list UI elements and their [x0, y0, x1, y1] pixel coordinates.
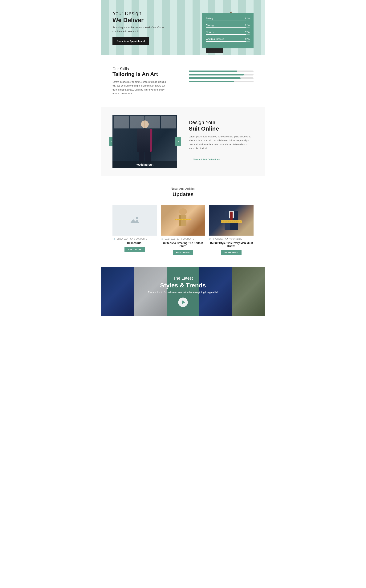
- news-title-2: 3 Steps to Creating The Perfect Shirt!: [161, 241, 205, 248]
- clock-icon-3: 🕐: [209, 238, 211, 240]
- skill-percent: 92%: [245, 17, 250, 20]
- skill-suiting: Suiting 92%: [206, 17, 250, 21]
- svg-rect-9: [179, 215, 181, 226]
- news-title-1: Hello world!: [113, 241, 157, 245]
- news-meta-1: 🕐 14 NOV 2024 💬 1 COMMENTS: [113, 238, 157, 240]
- skills-card: Suiting 92% Shirting 92% Blazers 92%: [202, 13, 253, 48]
- skill-wedding-dresses: Wedding Dresses 92%: [206, 38, 250, 42]
- image-placeholder-icon: [129, 214, 141, 227]
- news-meta-3: 🕐 5 ABR 2021 💬 0 COMMENTS: [209, 238, 253, 240]
- skill-label: Blazers: [206, 31, 214, 34]
- design-online-section: ‹ Wedd: [101, 107, 265, 176]
- skill-label: Shirting: [206, 24, 214, 27]
- skill-percent: 92%: [245, 38, 250, 40]
- clock-icon: 🕐: [113, 238, 115, 240]
- hero-content: Your Design We Deliver Providing you wit…: [113, 10, 183, 45]
- video-content: The Latest Styles & Trends From shirts t…: [148, 276, 218, 307]
- news-grid: 🕐 14 NOV 2024 💬 1 COMMENTS Hello world! …: [113, 205, 253, 255]
- design-content: Design Your Suit Online Lorem ipsum dolo…: [189, 120, 253, 163]
- design-tagline: Design Your: [189, 120, 253, 125]
- news-title-3: 15 Suit Style Tips Every Man Must Know.: [209, 241, 253, 248]
- hero-visual: Suiting 92% Shirting 92% Blazers 92%: [183, 8, 253, 48]
- clock-icon-2: 🕐: [161, 238, 163, 240]
- news-date-3: 5 ABR 2021: [213, 238, 223, 240]
- news-image-1: [113, 205, 157, 236]
- news-card-2: 🕐 5 ABR 2021 💬 0 COMMENTS 3 Steps to Cre…: [161, 205, 205, 255]
- skills-text: Our Skills Tailoring Is An Art Lorem ips…: [113, 67, 177, 96]
- news-section: News And Articles Updates 🕐 14 NOV: [101, 176, 265, 267]
- play-button[interactable]: [178, 298, 188, 307]
- news-tailor-image: [161, 205, 205, 236]
- news-card-3: 🕐 5 ABR 2021 💬 0 COMMENTS 15 Suit Style …: [209, 205, 253, 255]
- news-date-1: 14 NOV 2024: [117, 238, 128, 240]
- video-description: From shirts to formal wear we customize …: [148, 291, 218, 294]
- hero-tagline: Your Design: [113, 10, 183, 17]
- hero-section: Your Design We Deliver Providing you wit…: [101, 0, 265, 55]
- carousel-next-button[interactable]: ›: [175, 137, 181, 146]
- news-comments-1: 1 COMMENTS: [134, 238, 147, 240]
- news-measure-image: [209, 205, 253, 236]
- svg-point-7: [179, 208, 187, 215]
- news-comments-2: 0 COMMENTS: [181, 238, 194, 240]
- read-more-button-3[interactable]: READ MORE: [221, 250, 242, 255]
- design-title: Suit Online: [189, 125, 253, 132]
- man-body: [137, 129, 152, 152]
- video-title: Styles & Trends: [148, 282, 218, 289]
- skills-section: Our Skills Tailoring Is An Art Lorem ips…: [101, 55, 265, 107]
- skill-label: Wedding Dresses: [206, 38, 224, 40]
- skill-label: Suiting: [206, 17, 213, 20]
- video-section: The Latest Styles & Trends From shirts t…: [101, 267, 265, 316]
- carousel-image: Wedding Suit: [113, 115, 177, 168]
- skills-title: Tailoring Is An Art: [113, 71, 177, 77]
- news-comments-3: 0 COMMENTS: [229, 238, 242, 240]
- svg-point-6: [136, 217, 138, 219]
- read-more-button-1[interactable]: READ MORE: [124, 247, 145, 252]
- hero-title: We Deliver: [113, 17, 183, 24]
- read-more-button-2[interactable]: READ MORE: [173, 250, 193, 255]
- skills-description: Lorem ipsum dolor sit amet, consectetura…: [113, 80, 166, 96]
- carousel-label: Wedding Suit: [113, 161, 177, 168]
- news-date-2: 5 ABR 2021: [165, 238, 175, 240]
- news-subtitle: News And Articles: [113, 187, 253, 191]
- play-triangle-icon: [182, 300, 185, 305]
- design-description: Lorem ipsum dolor sit amet, consectetura…: [189, 135, 253, 150]
- news-meta-2: 🕐 5 ABR 2021 💬 0 COMMENTS: [161, 238, 205, 240]
- news-image-2: [161, 205, 205, 236]
- suit-carousel: ‹ Wedd: [113, 115, 177, 168]
- view-collections-button[interactable]: View All Suit Collections: [189, 156, 224, 163]
- skills-visual: [189, 67, 253, 96]
- video-subtitle: The Latest: [148, 276, 218, 281]
- skills-subtitle: Our Skills: [113, 67, 177, 71]
- comment-icon: 💬: [130, 238, 132, 240]
- news-card-1: 🕐 14 NOV 2024 💬 1 COMMENTS Hello world! …: [113, 205, 157, 255]
- comment-icon-3: 💬: [225, 238, 228, 240]
- svg-rect-15: [230, 211, 233, 221]
- skill-blazers: Blazers 92%: [206, 31, 250, 35]
- skill-percent: 92%: [245, 24, 250, 27]
- news-image-3: [209, 205, 253, 236]
- book-appointment-button[interactable]: Book Your Appointment: [113, 37, 149, 45]
- news-title: Updates: [113, 191, 253, 197]
- comment-icon-2: 💬: [177, 238, 179, 240]
- hero-description: Providing you with maximum level of comf…: [113, 26, 166, 34]
- skill-percent: 92%: [245, 31, 250, 34]
- news-placeholder-image: [113, 205, 157, 236]
- skill-shirting: Shirting 92%: [206, 24, 250, 28]
- suit-accent: [150, 129, 152, 152]
- svg-rect-5: [129, 214, 141, 226]
